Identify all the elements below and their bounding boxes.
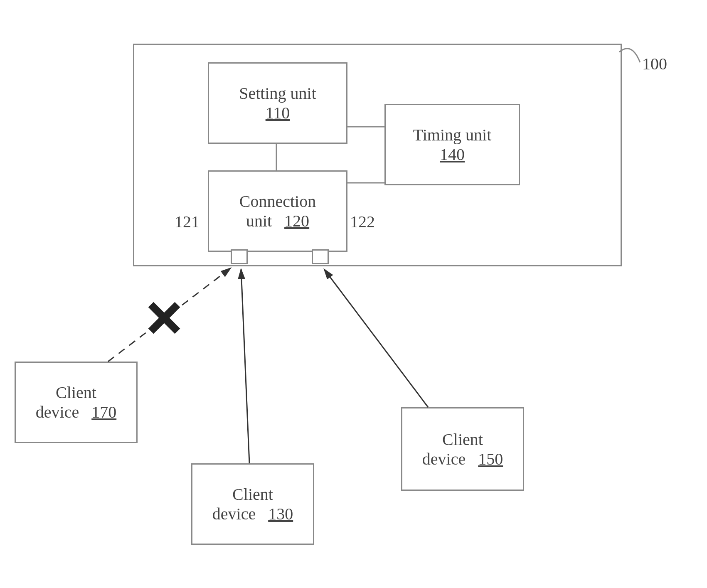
connection-unit-label2: unit (246, 212, 272, 230)
setting-unit-label: Setting unit (239, 84, 316, 103)
timing-unit-box: Timing unit 140 (384, 104, 520, 185)
arrow-client170-to-port121 (108, 268, 231, 362)
x-mark-blocked (151, 305, 177, 331)
connection-unit-box: Connection unit 120 (208, 170, 347, 252)
svg-line-0 (151, 305, 177, 331)
setting-unit-ref: 110 (266, 103, 290, 122)
client-150-box: Client device 150 (401, 407, 524, 491)
ref-100: 100 (642, 54, 667, 74)
timing-unit-ref: 140 (440, 145, 465, 164)
timing-unit-label: Timing unit (413, 125, 492, 145)
client-130-box: Client device 130 (191, 463, 314, 545)
container-100 (133, 44, 622, 266)
client-130-label1: Client (232, 485, 273, 504)
port-121 (231, 249, 248, 264)
client-170-box: Client device 170 (15, 362, 138, 443)
client-150-label1: Client (442, 430, 483, 449)
svg-line-1 (151, 305, 177, 331)
client-150-label2: device (422, 450, 466, 468)
connection-unit-ref: 120 (284, 212, 309, 230)
ref-122: 122 (350, 212, 375, 231)
client-170-ref: 170 (91, 403, 116, 421)
arrow-client130-to-port121 (241, 269, 249, 463)
ref-121: 121 (175, 212, 200, 231)
client-170-label1: Client (56, 383, 96, 402)
setting-unit-box: Setting unit 110 (208, 62, 347, 144)
connection-unit-label1: Connection (239, 192, 316, 211)
arrow-client150-to-port122 (324, 269, 428, 407)
port-122 (312, 249, 329, 264)
client-130-ref: 130 (268, 504, 293, 523)
client-150-ref: 150 (478, 450, 503, 468)
client-130-label2: device (212, 504, 256, 523)
client-170-label2: device (36, 403, 79, 421)
